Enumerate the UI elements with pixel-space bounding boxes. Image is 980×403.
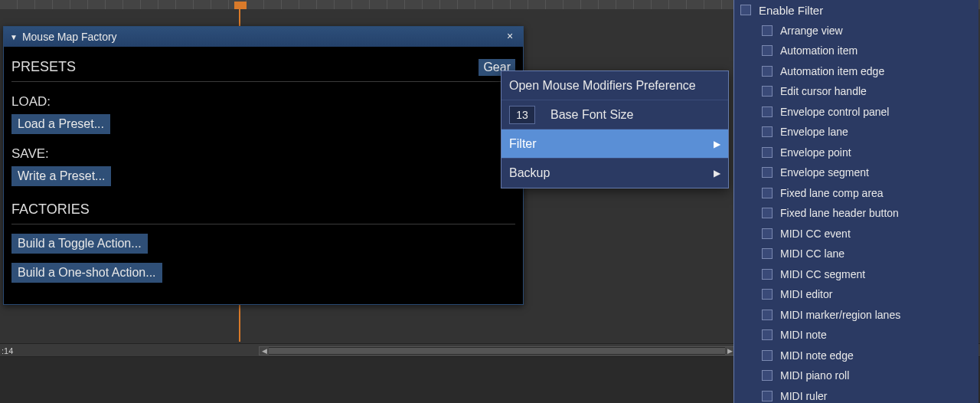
filter-item[interactable]: MIDI ruler <box>734 386 978 404</box>
menu-item-open-mouse-modifiers[interactable]: Open Mouse Modifiers Preference <box>501 71 728 100</box>
load-preset-button[interactable]: Load a Preset... <box>11 114 110 134</box>
filter-item-label: MIDI editor <box>780 288 832 300</box>
filter-item-label: MIDI marker/region lanes <box>780 309 900 321</box>
checkbox-icon[interactable] <box>762 350 773 361</box>
menu-item-backup[interactable]: Backup ▶ <box>501 159 728 188</box>
filter-item-label: Envelope lane <box>780 126 848 138</box>
checkbox-icon[interactable] <box>762 289 773 300</box>
filter-item[interactable]: MIDI editor <box>734 284 978 305</box>
checkbox-icon[interactable] <box>762 370 773 381</box>
divider <box>11 81 515 82</box>
filter-item[interactable]: MIDI piano roll <box>734 365 978 386</box>
filter-item-label: Edit cursor handle <box>780 85 867 97</box>
menu-item-label: Base Font Size <box>550 108 634 122</box>
filter-item[interactable]: Envelope lane <box>734 122 978 143</box>
close-icon[interactable]: × <box>503 30 517 44</box>
checkbox-icon[interactable] <box>762 208 773 218</box>
checkbox-icon[interactable] <box>762 86 773 97</box>
filter-item[interactable]: Envelope control panel <box>734 102 978 123</box>
checkbox-icon[interactable] <box>762 167 773 178</box>
menu-item-label: Open Mouse Modifiers Preference <box>509 79 696 93</box>
filter-item-label: MIDI note <box>780 329 827 341</box>
filter-item-label: MIDI note edge <box>780 349 854 362</box>
filter-item-label: Enable Filter <box>759 4 823 17</box>
presets-header: PRESETS <box>11 54 76 80</box>
submenu-arrow-icon: ▶ <box>714 139 720 149</box>
scrollbar-thumb[interactable] <box>269 348 725 354</box>
filter-item[interactable]: MIDI CC event <box>734 224 978 244</box>
checkbox-icon[interactable] <box>762 329 773 340</box>
load-label: LOAD: <box>11 90 515 113</box>
window-titlebar[interactable]: ▼ Mouse Map Factory × <box>4 27 523 47</box>
scroll-left-icon[interactable]: ◀ <box>260 347 269 355</box>
menu-item-base-font-size[interactable]: Base Font Size <box>501 100 728 129</box>
build-toggle-action-button[interactable]: Build a Toggle Action... <box>11 234 148 254</box>
window-body: PRESETS Gear LOAD: Load a Preset... SAVE… <box>4 47 523 304</box>
checkbox-icon[interactable] <box>740 5 751 15</box>
checkbox-icon[interactable] <box>762 269 773 280</box>
checkbox-icon[interactable] <box>762 228 773 239</box>
filter-item-label: MIDI CC lane <box>780 247 844 260</box>
filter-submenu: Enable Filter Arrange viewAutomation ite… <box>733 0 978 403</box>
checkbox-icon[interactable] <box>762 126 773 137</box>
filter-item[interactable]: Fixed lane header button <box>734 203 978 224</box>
timeline-time-label: :14 <box>0 344 13 358</box>
filter-item[interactable]: Envelope point <box>734 143 978 163</box>
filter-item[interactable]: Automation item <box>734 41 978 61</box>
filter-item-label: MIDI piano roll <box>780 369 849 382</box>
filter-item-label: Envelope control panel <box>780 106 889 118</box>
filter-item[interactable]: MIDI CC segment <box>734 264 978 285</box>
filter-item[interactable]: Arrange view <box>734 21 978 41</box>
divider <box>11 224 515 224</box>
checkbox-icon[interactable] <box>762 248 773 259</box>
filter-item-label: Automation item <box>780 44 858 57</box>
checkbox-icon[interactable] <box>762 25 773 36</box>
menu-item-label: Filter <box>509 137 537 151</box>
menu-item-label: Backup <box>509 166 550 180</box>
filter-item-label: Fixed lane header button <box>780 207 899 219</box>
filter-item[interactable]: MIDI CC lane <box>734 244 978 264</box>
filter-item[interactable]: Automation item edge <box>734 61 978 82</box>
filter-item-label: Fixed lane comp area <box>780 187 884 199</box>
horizontal-scrollbar[interactable]: ◀ ▶ <box>259 346 735 355</box>
filter-item-enable[interactable]: Enable Filter <box>734 0 978 21</box>
checkbox-icon[interactable] <box>762 188 773 198</box>
checkbox-icon[interactable] <box>762 310 773 320</box>
gear-menu: Open Mouse Modifiers Preference Base Fon… <box>501 70 729 188</box>
filter-item[interactable]: Edit cursor handle <box>734 81 978 102</box>
write-preset-button[interactable]: Write a Preset... <box>11 166 111 186</box>
playhead-marker[interactable] <box>234 2 247 9</box>
checkbox-icon[interactable] <box>762 391 773 401</box>
checkbox-icon[interactable] <box>762 45 773 56</box>
filter-item-label: Envelope segment <box>780 166 869 179</box>
filter-item[interactable]: Envelope segment <box>734 162 978 183</box>
save-label: SAVE: <box>11 142 515 165</box>
submenu-arrow-icon: ▶ <box>714 168 720 179</box>
mouse-map-factory-window: ▼ Mouse Map Factory × PRESETS Gear LOAD:… <box>3 26 524 305</box>
filter-item[interactable]: MIDI note edge <box>734 346 978 366</box>
filter-item[interactable]: MIDI marker/region lanes <box>734 305 978 326</box>
filter-item-label: MIDI CC segment <box>780 268 865 280</box>
checkbox-icon[interactable] <box>762 66 773 77</box>
collapse-icon[interactable]: ▼ <box>10 33 18 41</box>
filter-item[interactable]: Fixed lane comp area <box>734 183 978 204</box>
menu-item-filter[interactable]: Filter ▶ <box>501 129 728 159</box>
filter-item-label: MIDI ruler <box>780 390 827 402</box>
factories-header: FACTORIES <box>11 197 515 222</box>
filter-item-label: MIDI CC event <box>780 228 851 240</box>
filter-item-label: Envelope point <box>780 146 851 159</box>
filter-item-label: Arrange view <box>780 25 843 37</box>
font-size-input[interactable] <box>509 106 535 124</box>
build-oneshot-action-button[interactable]: Build a One-shot Action... <box>11 263 162 283</box>
filter-item-label: Automation item edge <box>780 65 884 77</box>
checkbox-icon[interactable] <box>762 147 773 158</box>
filter-item[interactable]: MIDI note <box>734 325 978 346</box>
window-title: Mouse Map Factory <box>22 31 117 43</box>
checkbox-icon[interactable] <box>762 106 773 117</box>
